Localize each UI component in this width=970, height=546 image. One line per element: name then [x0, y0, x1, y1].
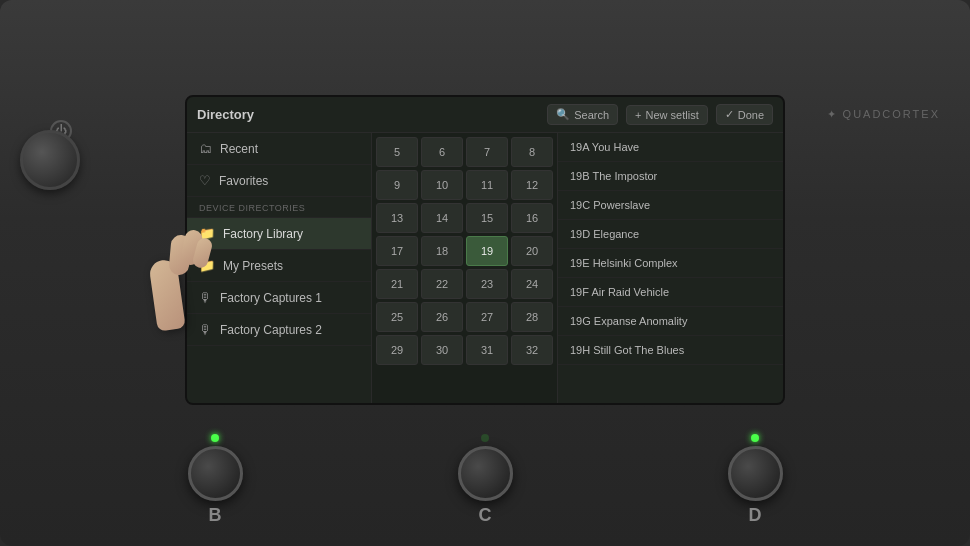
led-b	[211, 434, 219, 442]
section-label: DEVICE DIRECTORIES	[187, 197, 371, 218]
grid-cell-30[interactable]: 30	[421, 335, 463, 365]
song-item-5[interactable]: 19F Air Raid Vehicle	[558, 278, 783, 307]
plus-icon: +	[635, 109, 641, 121]
folder-icon-1: 📁	[199, 226, 215, 241]
sidebar-item-factory-captures-1[interactable]: 🎙 Factory Captures 1	[187, 282, 371, 314]
recent-icon: 🗂	[199, 141, 212, 156]
sidebar-item-recent[interactable]: 🗂 Recent	[187, 133, 371, 165]
search-button[interactable]: 🔍 Search	[547, 104, 618, 125]
sidebar-item-factory-captures-2[interactable]: 🎙 Factory Captures 2	[187, 314, 371, 346]
grid-cell-27[interactable]: 27	[466, 302, 508, 332]
folder-icon-2: 📁	[199, 258, 215, 273]
grid-cell-8[interactable]: 8	[511, 137, 553, 167]
grid-cell-28[interactable]: 28	[511, 302, 553, 332]
song-item-2[interactable]: 19C Powerslave	[558, 191, 783, 220]
bottom-area: B C D	[0, 434, 970, 526]
grid-cell-15[interactable]: 15	[466, 203, 508, 233]
grid-cell-24[interactable]: 24	[511, 269, 553, 299]
sidebar-item-factory-library[interactable]: 📁 Factory Library	[187, 218, 371, 250]
footswitch-b: B	[188, 434, 243, 526]
knob-c[interactable]	[458, 446, 513, 501]
grid-cell-14[interactable]: 14	[421, 203, 463, 233]
knob-d[interactable]	[728, 446, 783, 501]
number-grid: 5678910111213141516171819202122232425262…	[372, 133, 557, 403]
new-setlist-button[interactable]: + New setlist	[626, 105, 708, 125]
grid-cell-6[interactable]: 6	[421, 137, 463, 167]
top-bar: Directory 🔍 Search + New setlist ✓ Done	[187, 97, 783, 133]
grid-cell-13[interactable]: 13	[376, 203, 418, 233]
grid-cell-12[interactable]: 12	[511, 170, 553, 200]
song-item-3[interactable]: 19D Elegance	[558, 220, 783, 249]
grid-cell-11[interactable]: 11	[466, 170, 508, 200]
grid-cell-26[interactable]: 26	[421, 302, 463, 332]
label-c: C	[479, 505, 492, 526]
grid-cell-9[interactable]: 9	[376, 170, 418, 200]
label-d: D	[749, 505, 762, 526]
device-body: ⏻ ✦ QUADCORTEX Directory 🔍 Search + New …	[0, 0, 970, 546]
grid-cell-10[interactable]: 10	[421, 170, 463, 200]
song-item-1[interactable]: 19B The Impostor	[558, 162, 783, 191]
led-c	[481, 434, 489, 442]
song-item-7[interactable]: 19H Still Got The Blues	[558, 336, 783, 365]
grid-cell-17[interactable]: 17	[376, 236, 418, 266]
screen: Directory 🔍 Search + New setlist ✓ Done	[185, 95, 785, 405]
grid-cell-19[interactable]: 19	[466, 236, 508, 266]
grid-cell-29[interactable]: 29	[376, 335, 418, 365]
done-button[interactable]: ✓ Done	[716, 104, 773, 125]
sidebar: 🗂 Recent ♡ Favorites DEVICE DIRECTORIES …	[187, 133, 372, 403]
song-item-0[interactable]: 19A You Have	[558, 133, 783, 162]
main-content: 🗂 Recent ♡ Favorites DEVICE DIRECTORIES …	[187, 133, 783, 403]
footswitch-d: D	[728, 434, 783, 526]
favorites-icon: ♡	[199, 173, 211, 188]
sidebar-item-favorites[interactable]: ♡ Favorites	[187, 165, 371, 197]
knob-b[interactable]	[188, 446, 243, 501]
grid-cell-22[interactable]: 22	[421, 269, 463, 299]
brand-text: ✦ QUADCORTEX	[827, 108, 940, 121]
led-d	[751, 434, 759, 442]
grid-cell-16[interactable]: 16	[511, 203, 553, 233]
search-icon: 🔍	[556, 108, 570, 121]
grid-cell-7[interactable]: 7	[466, 137, 508, 167]
check-icon: ✓	[725, 108, 734, 121]
screen-title: Directory	[197, 107, 254, 122]
sidebar-item-my-presets[interactable]: 📁 My Presets	[187, 250, 371, 282]
right-panel: 5678910111213141516171819202122232425262…	[372, 133, 783, 403]
grid-cell-18[interactable]: 18	[421, 236, 463, 266]
grid-cell-5[interactable]: 5	[376, 137, 418, 167]
left-knob[interactable]	[20, 130, 80, 190]
grid-cell-32[interactable]: 32	[511, 335, 553, 365]
grid-cell-20[interactable]: 20	[511, 236, 553, 266]
footswitch-c: C	[458, 434, 513, 526]
song-item-4[interactable]: 19E Helsinki Complex	[558, 249, 783, 278]
grid-cell-25[interactable]: 25	[376, 302, 418, 332]
grid-cell-23[interactable]: 23	[466, 269, 508, 299]
grid-cell-21[interactable]: 21	[376, 269, 418, 299]
capture-icon-1: 🎙	[199, 290, 212, 305]
label-b: B	[209, 505, 222, 526]
capture-icon-2: 🎙	[199, 322, 212, 337]
top-bar-actions: 🔍 Search + New setlist ✓ Done	[547, 104, 773, 125]
grid-cell-31[interactable]: 31	[466, 335, 508, 365]
song-item-6[interactable]: 19G Expanse Anomality	[558, 307, 783, 336]
song-list: 19A You Have19B The Impostor19C Powersla…	[557, 133, 783, 403]
